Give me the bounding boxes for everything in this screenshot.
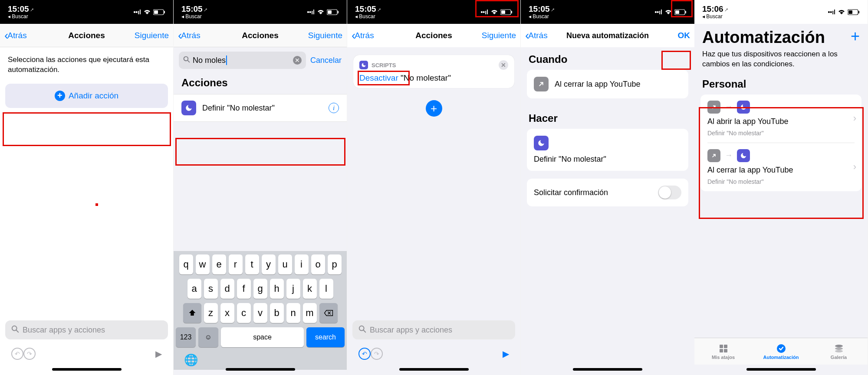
automation-subtitle: Definir "No molestar" <box>707 130 855 137</box>
backspace-key[interactable] <box>319 303 338 323</box>
svg-point-28 <box>835 345 843 347</box>
key-w[interactable]: w <box>196 254 210 274</box>
key-r[interactable]: r <box>229 254 243 274</box>
key-h[interactable]: h <box>270 279 284 299</box>
key-a[interactable]: a <box>187 279 201 299</box>
search-bar[interactable]: Buscar apps y acciones <box>352 320 515 339</box>
cancel-button[interactable]: Cancelar <box>310 56 342 65</box>
key-s[interactable]: s <box>204 279 218 299</box>
back-button[interactable]: ‹Atrás <box>525 29 548 42</box>
arrow-icon: → <box>725 151 733 160</box>
nav-bar: ‹Atrás Acciones Siguiente <box>174 24 347 47</box>
svg-rect-24 <box>724 345 727 348</box>
undo-icon[interactable]: ↶ <box>358 348 371 360</box>
status-icons: ••ıl <box>133 9 165 16</box>
status-bar: 15:05↑ ◂ Buscar ••ıl <box>0 0 173 24</box>
next-button[interactable]: Siguiente <box>135 31 169 40</box>
svg-rect-2 <box>164 11 165 13</box>
key-f[interactable]: f <box>237 279 251 299</box>
redo-icon[interactable]: ↷ <box>371 348 383 360</box>
when-card[interactable]: Al cerrar la app YouTube <box>527 70 688 98</box>
next-button[interactable]: Siguiente <box>308 31 342 40</box>
search-input[interactable]: No moles ✕ <box>179 52 306 69</box>
status-back[interactable]: Buscar <box>12 13 28 20</box>
key-u[interactable]: u <box>278 254 292 274</box>
info-icon[interactable]: i <box>329 103 339 113</box>
add-action-button[interactable]: + Añadir acción <box>5 84 168 108</box>
moon-icon <box>181 101 196 115</box>
emoji-key[interactable]: ☺ <box>198 327 218 347</box>
key-g[interactable]: g <box>253 279 267 299</box>
key-b[interactable]: b <box>270 303 284 323</box>
confirm-toggle[interactable] <box>658 186 681 199</box>
key-o[interactable]: o <box>311 254 325 274</box>
do-header: Hacer <box>521 106 694 129</box>
svg-point-30 <box>835 350 843 352</box>
home-indicator <box>399 368 469 371</box>
globe-icon[interactable]: 🌐 <box>184 353 198 367</box>
back-button[interactable]: ‹Atrás <box>352 29 374 42</box>
search-wrap: No moles ✕ Cancelar <box>174 47 347 73</box>
section-header: Acciones <box>174 73 347 94</box>
back-button[interactable]: ‹Atrás <box>4 29 27 42</box>
do-card[interactable]: Definir "No molestar" <box>527 129 688 171</box>
add-button[interactable]: + <box>851 27 860 46</box>
toolbar: ↶ ↷ ▶ <box>0 343 173 365</box>
svg-rect-23 <box>720 345 723 348</box>
automation-item[interactable]: → Al cerrar la app YouTube Definir "No m… <box>707 143 855 191</box>
svg-rect-13 <box>501 10 505 14</box>
key-n[interactable]: n <box>286 303 300 323</box>
play-icon[interactable]: ▶ <box>155 349 162 359</box>
key-t[interactable]: t <box>245 254 259 274</box>
play-icon[interactable]: ▶ <box>503 349 509 359</box>
home-indicator <box>746 368 816 371</box>
status-time: 15:05 <box>8 4 29 13</box>
status-bar: 15:05↑ ◂ Buscar ••ıl <box>521 0 694 24</box>
key-j[interactable]: j <box>286 279 300 299</box>
space-key[interactable]: space <box>221 327 304 347</box>
keyboard[interactable]: qwertyuiop asdfghjkl zxcvbnm 123 ☺ space… <box>174 251 347 350</box>
chevron-right-icon: › <box>853 113 856 124</box>
tab-gallery[interactable]: Galería <box>810 338 868 365</box>
key-y[interactable]: y <box>262 254 276 274</box>
status-bar: 15:05↑ ◂ Buscar ••ıl <box>347 0 520 24</box>
next-button[interactable]: Siguiente <box>482 31 516 40</box>
action-define-dnd[interactable]: Definir "No molestar" i <box>174 94 347 122</box>
automation-item[interactable]: → Al abrir la app YouTube Definir "No mo… <box>700 95 861 143</box>
shift-key[interactable] <box>183 303 201 323</box>
key-m[interactable]: m <box>303 303 317 323</box>
nav-bar: ‹Atrás Acciones Siguiente <box>0 24 173 47</box>
key-p[interactable]: p <box>328 254 342 274</box>
action-card[interactable]: SCRIPTS ✕ Desactivar "No molestar" <box>353 55 514 88</box>
svg-rect-6 <box>328 10 332 14</box>
key-i[interactable]: i <box>295 254 309 274</box>
key-q[interactable]: q <box>179 254 193 274</box>
when-text: Al cerrar la app YouTube <box>555 80 640 89</box>
deactivate-link[interactable]: Desactivar <box>359 73 398 82</box>
key-c[interactable]: c <box>237 303 251 323</box>
ok-button[interactable]: OK <box>678 31 690 40</box>
svg-rect-26 <box>724 349 727 352</box>
search-icon <box>11 325 19 335</box>
page-subtitle: Haz que tus dispositivos reaccionen a lo… <box>694 49 868 76</box>
add-step-button[interactable]: + <box>426 100 442 117</box>
key-z[interactable]: z <box>204 303 218 323</box>
redo-icon[interactable]: ↷ <box>23 348 36 360</box>
key-v[interactable]: v <box>253 303 267 323</box>
delete-icon[interactable]: ✕ <box>499 60 508 70</box>
key-l[interactable]: l <box>319 279 333 299</box>
key-e[interactable]: e <box>212 254 226 274</box>
key-k[interactable]: k <box>303 279 317 299</box>
key-x[interactable]: x <box>220 303 234 323</box>
undo-icon[interactable]: ↶ <box>11 348 23 360</box>
tab-automation[interactable]: Automatización <box>752 338 810 365</box>
clear-icon[interactable]: ✕ <box>293 56 302 65</box>
numbers-key[interactable]: 123 <box>176 327 196 347</box>
app-open-icon <box>534 77 549 91</box>
key-d[interactable]: d <box>220 279 234 299</box>
search-key[interactable]: search <box>306 327 345 347</box>
tab-shortcuts[interactable]: Mis atajos <box>694 338 752 365</box>
back-button[interactable]: ‹Atrás <box>178 29 201 42</box>
svg-rect-7 <box>338 11 339 13</box>
search-bar[interactable]: Buscar apps y acciones <box>5 320 168 339</box>
